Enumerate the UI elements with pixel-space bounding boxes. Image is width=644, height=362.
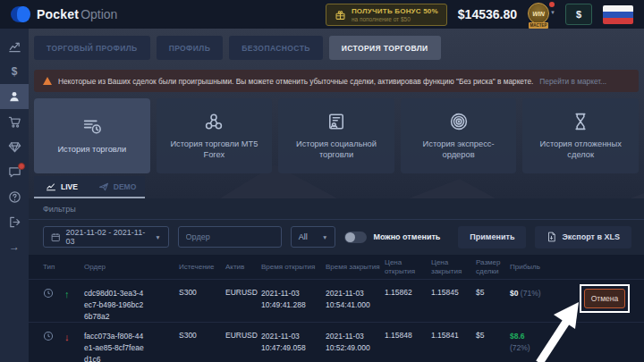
date-range-picker[interactable]: 2021-11-02 - 2021-11-03 ▼ bbox=[43, 226, 169, 248]
mt5-forex-icon bbox=[203, 112, 225, 131]
timer-icon bbox=[43, 288, 54, 300]
line-chart-icon bbox=[8, 40, 21, 54]
pending-trades-icon bbox=[570, 112, 591, 131]
open-price: 1.15848 bbox=[385, 331, 431, 340]
social-trading-icon bbox=[326, 112, 347, 131]
sidebar: $ → bbox=[0, 29, 29, 362]
top-bar-right: ПОЛУЧИТЬ БОНУС 50% на пополнение от $50 … bbox=[326, 2, 644, 27]
sidebar-item-profile[interactable] bbox=[0, 84, 29, 109]
sidebar-item-chat[interactable] bbox=[0, 159, 29, 184]
sidebar-collapse[interactable]: → bbox=[0, 234, 29, 259]
bonus-button[interactable]: ПОЛУЧИТЬ БОНУС 50% на пополнение от $50 bbox=[326, 4, 447, 26]
sidebar-item-finance[interactable]: $ bbox=[0, 59, 29, 84]
arrow-right-icon: → bbox=[9, 240, 20, 253]
filters-controls: 2021-11-02 - 2021-11-03 ▼ All ▼ Можно от… bbox=[29, 220, 644, 254]
card-social-trading-history[interactable]: История социальной торговли bbox=[278, 98, 394, 173]
warning-icon bbox=[43, 77, 52, 85]
chevron-down-icon: ▼ bbox=[550, 10, 555, 15]
sidebar-item-market[interactable] bbox=[0, 109, 29, 134]
express-orders-icon bbox=[448, 112, 470, 131]
bonus-subtitle: на пополнение от $50 bbox=[352, 16, 438, 22]
card-trade-history[interactable]: История торговли bbox=[34, 98, 150, 173]
brand-name-light: Option bbox=[80, 7, 117, 21]
profit-value: $0 bbox=[510, 289, 518, 298]
win-medal-icon: WIN bbox=[528, 3, 549, 24]
history-cards: История торговли История торговли MT5 Fo… bbox=[34, 98, 639, 173]
profit-value: $8.6 bbox=[510, 331, 576, 342]
card-mt5-forex-history[interactable]: История торговли MT5 Forex bbox=[157, 98, 273, 173]
sidebar-item-logout[interactable] bbox=[0, 209, 29, 234]
currency-button[interactable]: $ bbox=[565, 4, 592, 25]
asset: EURUSD bbox=[225, 288, 261, 297]
demo-plane-icon bbox=[98, 181, 109, 192]
dollar-icon: $ bbox=[12, 65, 18, 78]
brand-logo[interactable]: PocketOption bbox=[0, 5, 117, 23]
table-header-row: Тип Ордер Истечение Актив Время открытия… bbox=[29, 255, 644, 279]
profit-percent: (71%) bbox=[521, 289, 541, 298]
pocket-option-app: PocketOption ПОЛУЧИТЬ БОНУС 50% на попол… bbox=[0, 0, 644, 362]
file-export-icon bbox=[547, 232, 556, 242]
calendar-icon bbox=[51, 232, 60, 242]
live-chart-icon bbox=[46, 181, 56, 192]
order-input[interactable] bbox=[186, 232, 274, 241]
gift-icon bbox=[335, 9, 346, 21]
chat-notification-badge bbox=[18, 163, 25, 170]
gem-icon bbox=[8, 140, 21, 154]
profile-icon bbox=[8, 90, 21, 103]
logout-icon bbox=[8, 215, 21, 229]
filters-title: Фильтры bbox=[29, 198, 644, 220]
risk-warning-banner: Некоторые из Ваших сделок были проигрышн… bbox=[34, 70, 639, 92]
trade-history-icon bbox=[81, 117, 103, 137]
profile-nav-tabs: ТОРГОВЫЙ ПРОФИЛЬ ПРОФИЛЬ БЕЗОПАСНОСТЬ ИС… bbox=[34, 36, 441, 60]
sidebar-item-trading[interactable] bbox=[0, 34, 29, 59]
asset: EURUSD bbox=[225, 331, 261, 340]
open-price: 1.15862 bbox=[385, 288, 431, 297]
banner-text: Некоторые из Ваших сделок были проигрышн… bbox=[58, 77, 533, 86]
date-range-value: 2021-11-02 - 2021-11-03 bbox=[65, 228, 149, 246]
order-id: cdc98d01-3ea3-4ec7-b498-196bc26b78a2 bbox=[84, 288, 147, 322]
brand-name-bold: Pocket bbox=[37, 7, 79, 21]
status-select[interactable]: All ▼ bbox=[291, 226, 336, 248]
apply-button[interactable]: Применить bbox=[458, 226, 526, 248]
filters-panel: Фильтры 2021-11-02 - 2021-11-03 ▼ All ▼ … bbox=[29, 198, 644, 255]
cancellable-toggle-label: Можно отменить bbox=[373, 232, 440, 241]
help-icon bbox=[8, 190, 21, 204]
profit-percent: (72%) bbox=[510, 342, 576, 354]
tab-trade-history[interactable]: ИСТОРИЯ ТОРГОВЛИ bbox=[329, 36, 441, 60]
direction-up-icon: ↑ bbox=[64, 289, 70, 299]
direction-down-icon: ↓ bbox=[64, 332, 70, 342]
trade-row-2: ↓ facc073a-f808-44e1-ae85-8cf7feaed1c6 S… bbox=[29, 322, 644, 362]
trades-table: Тип Ордер Истечение Актив Время открытия… bbox=[29, 255, 644, 362]
annotation-highlight-box: Отмена bbox=[580, 284, 630, 313]
expiration: S300 bbox=[179, 331, 225, 340]
card-pending-trades-history[interactable]: История отложенных сделок bbox=[522, 98, 639, 173]
trade-size: $5 bbox=[476, 288, 510, 297]
tab-security[interactable]: БЕЗОПАСНОСТЬ bbox=[229, 36, 323, 60]
close-price: 1.15841 bbox=[431, 331, 476, 340]
sidebar-item-help[interactable] bbox=[0, 184, 29, 209]
close-price: 1.15845 bbox=[431, 288, 476, 297]
order-id: facc073a-f808-44e1-ae85-8cf7feaed1c6 bbox=[84, 331, 147, 362]
tab-live[interactable]: LIVE bbox=[34, 176, 89, 197]
trade-row-1: ↑ cdc98d01-3ea3-4ec7-b498-196bc26b78a2 S… bbox=[29, 279, 644, 322]
export-xls-button[interactable]: Экспорт в XLS bbox=[535, 226, 631, 248]
chevron-down-icon: ▼ bbox=[322, 234, 327, 240]
cancellable-toggle[interactable] bbox=[344, 232, 367, 243]
sidebar-item-achievements[interactable] bbox=[0, 134, 29, 159]
account-balance: $14536.80 bbox=[458, 7, 517, 21]
cancellable-toggle-wrap: Можно отменить bbox=[344, 232, 440, 243]
language-flag-russia[interactable] bbox=[603, 5, 633, 24]
pocket-option-logo-icon bbox=[11, 5, 30, 23]
tab-trading-profile[interactable]: ТОРГОВЫЙ ПРОФИЛЬ bbox=[34, 36, 150, 60]
cancel-trade-button[interactable]: Отмена bbox=[584, 289, 625, 308]
bonus-title: ПОЛУЧИТЬ БОНУС 50% bbox=[352, 7, 438, 15]
achievement-badge[interactable]: WIN МАСТЕР ▼ bbox=[528, 2, 555, 27]
go-to-market-link[interactable]: Перейти в маркет... bbox=[539, 77, 606, 86]
cart-icon bbox=[8, 115, 21, 129]
trade-size: $5 bbox=[476, 331, 510, 340]
tab-profile[interactable]: ПРОФИЛЬ bbox=[157, 36, 224, 60]
tab-demo[interactable]: DEMO bbox=[89, 176, 145, 197]
order-search-field bbox=[178, 226, 282, 248]
card-express-orders-history[interactable]: История экспресс-ордеров bbox=[401, 98, 517, 173]
status-select-value: All bbox=[299, 232, 308, 241]
